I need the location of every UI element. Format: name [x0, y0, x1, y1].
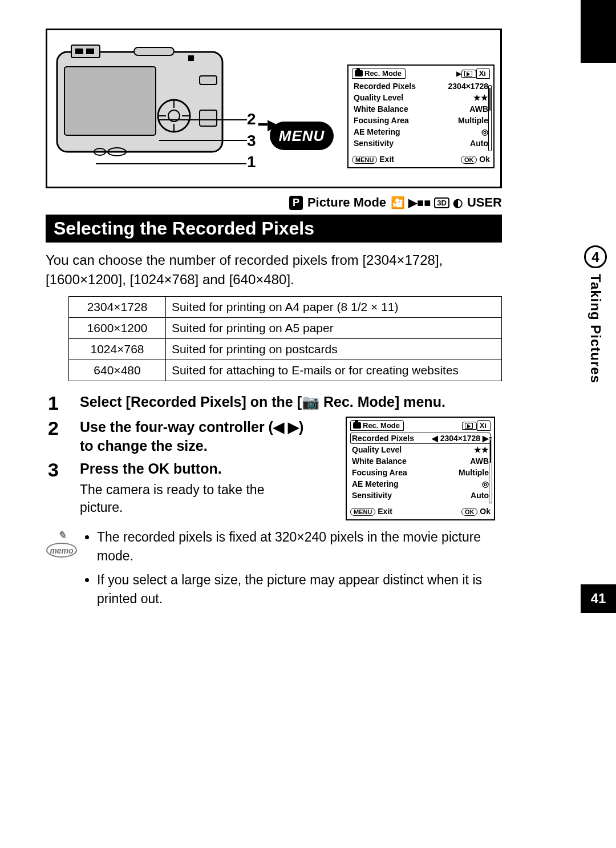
tab-rec-mode-label: Rec. Mode — [364, 69, 402, 78]
row-label: Sensitivity — [352, 491, 392, 500]
row-label: Recorded Pixels — [352, 434, 414, 443]
menu-row-focus: Focusing AreaMultiple — [352, 115, 490, 126]
menu-pill-label: MENU — [350, 508, 375, 516]
row-value: Multiple — [459, 468, 489, 477]
table-row: 640×480Suited for attaching to E-mails o… — [69, 360, 502, 381]
menu-row-quality: Quality Level★★ — [350, 444, 491, 455]
table-row: 1600×1200Suited for printing on A5 paper — [69, 318, 502, 339]
svg-rect-4 — [86, 49, 94, 54]
svg-rect-1 — [64, 67, 156, 135]
row-value: ★★ — [473, 93, 488, 102]
tab-rec-mode-label: Rec. Mode — [363, 421, 400, 430]
menu-row-focus: Focusing AreaMultiple — [350, 467, 491, 478]
cell-desc: Suited for printing on A5 paper — [166, 318, 502, 339]
chapter-title: Taking Pictures — [587, 274, 603, 383]
ok-pill-label: OK — [461, 508, 478, 516]
menu-row-wb: White BalanceAWB — [350, 455, 491, 467]
play-icon — [465, 423, 473, 429]
3d-icon: 3D — [434, 197, 449, 208]
menu-scrollbar — [488, 85, 492, 151]
row-value: AWB — [470, 457, 489, 466]
tab-playback — [461, 70, 476, 78]
footer-ok: OK Ok — [461, 507, 491, 516]
cell-size: 2304×1728 — [69, 297, 166, 318]
row-label: Quality Level — [352, 445, 402, 454]
step-number-1: 1 — [48, 393, 64, 414]
menu-row-ae: AE Metering◎ — [350, 478, 491, 490]
row-value: ★★ — [474, 445, 489, 454]
setup-icon: Xi — [479, 69, 486, 78]
row-value: Auto — [470, 139, 488, 148]
row-value: Multiple — [458, 116, 488, 125]
step-text-1: Select [Recorded Pixels] on the [📷 Rec. … — [80, 393, 502, 414]
memo-block: ✎ memo The recorded pixels is fixed at 3… — [46, 528, 502, 613]
row-label: Sensitivity — [354, 139, 394, 148]
svg-rect-12 — [200, 76, 217, 84]
setup-icon: Xi — [480, 421, 487, 430]
callout-number-3: 3 — [247, 132, 256, 150]
svg-rect-3 — [75, 49, 83, 54]
menu-row-recorded-pixels-highlighted: Recorded Pixels◀ 2304×1728 ▶ — [350, 433, 491, 444]
menu-pill-label: MENU — [352, 156, 377, 164]
svg-rect-16 — [188, 55, 194, 61]
camera-diagram: 2 3 1 ━▶ MENU Rec. Mode ▶ Xi Recorded Pi… — [46, 29, 502, 188]
tab-rec-mode: Rec. Mode — [352, 68, 406, 79]
play-icon — [464, 71, 472, 76]
row-value: AWB — [469, 104, 488, 114]
chapter-tab: 4 Taking Pictures — [575, 245, 616, 383]
step-number-2: 2 — [48, 418, 64, 457]
step-text-2: Use the four-way controller (◀ ▶) to cha… — [80, 418, 308, 457]
svg-rect-5 — [134, 47, 174, 55]
picture-mode-label: Picture Mode — [307, 195, 386, 210]
callout-line-3 — [159, 140, 247, 141]
memo-bullet-1: The recorded pixels is fixed at 320×240 … — [97, 528, 502, 566]
camera-icon — [355, 70, 363, 76]
user-mode-label: USER — [467, 195, 502, 210]
night-portrait-icon: 🎦 — [391, 196, 405, 209]
footer-exit: MENU Exit — [352, 155, 394, 164]
menu-row-quality: Quality Level★★ — [352, 92, 490, 103]
cell-size: 640×480 — [69, 360, 166, 381]
intro-text: You can choose the number of recorded pi… — [46, 251, 502, 289]
callout-line-1 — [96, 163, 246, 164]
tab-nav-arrow: ▶ — [456, 70, 461, 78]
section-heading: Selecting the Recorded Pixels — [46, 215, 502, 243]
camera-icon — [353, 422, 361, 429]
row-value: ◎ — [482, 479, 489, 488]
mini-screen-bottom: Rec. Mode Xi Recorded Pixels◀ 2304×1728 … — [346, 417, 495, 520]
menu-row-recorded-pixels: Recorded Pixels2304×1728 — [352, 80, 490, 92]
tab-playback — [462, 422, 477, 430]
table-row: 1024×768Suited for printing on postcards — [69, 339, 502, 360]
picture-mode-icons-row: P Picture Mode 🎦 ▶■■ 3D ◐ USER — [46, 195, 502, 210]
row-value: Auto — [471, 491, 489, 500]
tab-setup: Xi — [476, 68, 490, 79]
menu-row-ae: AE Metering◎ — [352, 126, 490, 138]
table-row: 2304×1728Suited for printing on A4 paper… — [69, 297, 502, 318]
menu-button-pill: MENU — [270, 122, 334, 150]
callout-number-2: 2 — [247, 110, 256, 128]
step-number-3: 3 — [48, 459, 64, 516]
memo-list: The recorded pixels is fixed at 320×240 … — [86, 528, 502, 613]
cell-desc: Suited for printing on A4 paper (8 1/2 ×… — [166, 297, 502, 318]
row-value: 2304×1728 — [448, 82, 488, 91]
row-label: Recorded Pixels — [354, 82, 416, 91]
cell-size: 1024×768 — [69, 339, 166, 360]
steps-section: 1 Select [Recorded Pixels] on the [📷 Rec… — [48, 393, 502, 516]
callout-number-1: 1 — [247, 153, 256, 171]
row-label: AE Metering — [354, 127, 400, 136]
mini-screen-top: Rec. Mode ▶ Xi Recorded Pixels2304×1728 … — [347, 64, 495, 168]
svg-rect-13 — [200, 110, 217, 126]
menu-scrollbar — [489, 437, 492, 503]
footer-ok: OK Ok — [461, 155, 490, 164]
callout-line-2 — [159, 119, 247, 120]
row-value: ◎ — [481, 127, 488, 136]
row-value: ◀ 2304×1728 ▶ — [432, 434, 489, 443]
cell-desc: Suited for attaching to E-mails or for c… — [166, 360, 502, 381]
row-label: Focusing Area — [354, 116, 409, 125]
camera-illustration — [54, 42, 225, 167]
row-label: White Balance — [354, 104, 408, 114]
memo-bullet-2: If you select a large size, the picture … — [97, 571, 502, 609]
row-label: Focusing Area — [352, 468, 407, 477]
menu-row-sens: SensitivityAuto — [352, 138, 490, 149]
ok-pill-label: OK — [461, 156, 477, 164]
